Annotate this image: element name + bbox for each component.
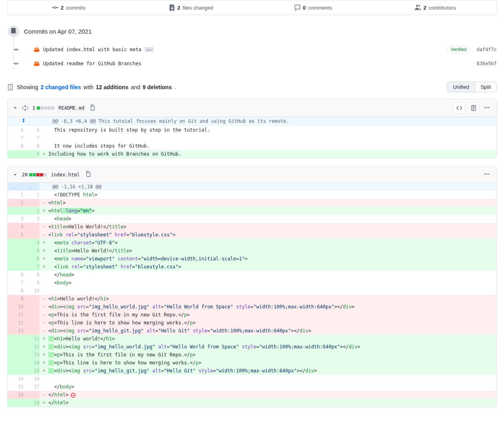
line-number-new[interactable]: 6 [24, 255, 40, 263]
line-number-new[interactable]: 16 [24, 375, 40, 383]
line-number-old[interactable]: 1 [8, 191, 24, 199]
line-number-old[interactable]: 6 [8, 271, 24, 279]
line-number-old[interactable] [8, 367, 24, 375]
view-rendered-button[interactable] [468, 102, 480, 114]
changed-files-link[interactable]: 2 changed files [41, 84, 81, 90]
file-menu-button[interactable] [482, 171, 492, 178]
diff-marker: - [40, 391, 48, 399]
line-number-new[interactable]: 15 [24, 367, 40, 375]
tab-files-changed[interactable]: 2 files changed [130, 0, 252, 15]
avatar[interactable]: 🦀 [33, 60, 40, 67]
line-number-old[interactable]: 14 [8, 375, 24, 383]
tab-contributors[interactable]: 2 contributors [374, 0, 496, 15]
line-number-old[interactable]: 6 [8, 126, 24, 134]
expand-commit-button[interactable]: … [145, 47, 153, 52]
line-number-new[interactable]: 18 [24, 399, 40, 407]
line-number-old[interactable]: 12 [8, 319, 24, 327]
line-number-new[interactable]: 8 [24, 271, 40, 279]
expand-hunk-button[interactable]: ... [8, 183, 24, 191]
commit-sha[interactable]: daf4f7c [476, 47, 497, 52]
line-number-new[interactable]: 14 [24, 359, 40, 367]
line-number-new[interactable]: 13 [24, 351, 40, 359]
line-number-new[interactable] [24, 311, 40, 319]
line-number-new[interactable] [24, 231, 40, 239]
code-content: This repository is built step by step in… [48, 126, 496, 134]
line-number-old[interactable] [8, 335, 24, 343]
commit-sha[interactable]: 836e5bf [476, 61, 497, 66]
line-number-old[interactable] [8, 150, 24, 158]
line-number-old[interactable]: 15 [8, 383, 24, 391]
line-number-old[interactable] [8, 343, 24, 351]
line-number-new[interactable] [24, 391, 40, 399]
line-number-old[interactable]: 7 [8, 279, 24, 287]
file-name[interactable]: README.md [58, 105, 84, 111]
line-number-new[interactable] [24, 303, 40, 311]
view-source-button[interactable] [453, 102, 465, 114]
verified-badge[interactable]: Verified [447, 46, 470, 54]
line-number-new[interactable]: 1 [24, 191, 40, 199]
expand-icon[interactable] [22, 105, 28, 111]
file-menu-button[interactable] [482, 104, 492, 112]
line-number-new[interactable]: 4 [24, 239, 40, 247]
svg-rect-6 [86, 173, 90, 177]
line-number-old[interactable]: 16 [8, 391, 24, 399]
expand-hunk-button[interactable] [8, 117, 40, 126]
expand-hunk-button[interactable]: ... [24, 183, 40, 191]
line-number-new[interactable] [24, 295, 40, 303]
line-number-new[interactable]: 2 [24, 207, 40, 215]
line-number-old[interactable] [8, 359, 24, 367]
line-number-new[interactable] [24, 223, 40, 231]
line-number-old[interactable]: 13 [8, 327, 24, 335]
line-number-new[interactable]: 11 [24, 335, 40, 343]
line-number-old[interactable]: 10 [8, 303, 24, 311]
avatar[interactable]: 🦀 [33, 46, 40, 53]
line-number-new[interactable]: 9 [24, 279, 40, 287]
line-number-old[interactable]: 7 [8, 134, 24, 142]
line-number-new[interactable]: 10 [24, 287, 40, 295]
line-number-old[interactable] [8, 207, 24, 215]
line-number-new[interactable]: 8 [24, 142, 40, 150]
line-number-old[interactable]: 5 [8, 231, 24, 239]
tab-commits[interactable]: 2 commits [8, 0, 130, 15]
split-view-button[interactable]: Split [475, 82, 497, 92]
line-number-old[interactable]: 4 [8, 223, 24, 231]
copy-path-button[interactable] [84, 170, 92, 179]
line-number-new[interactable]: 17 [24, 383, 40, 391]
line-number-old[interactable]: 2 [8, 199, 24, 207]
line-number-old[interactable]: 8 [8, 142, 24, 150]
line-number-old[interactable] [8, 351, 24, 359]
line-number-old[interactable]: 3 [8, 215, 24, 223]
line-number-new[interactable]: 6 [24, 126, 40, 134]
line-number-new[interactable] [24, 199, 40, 207]
code-content: <link rel="stylesheet" href="bluestyle.c… [48, 231, 496, 239]
line-number-old[interactable] [8, 247, 24, 255]
line-number-old[interactable]: 8 [8, 287, 24, 295]
line-number-old[interactable] [8, 255, 24, 263]
line-number-old[interactable] [8, 239, 24, 247]
line-number-new[interactable]: 7 [24, 134, 40, 142]
tab-comments[interactable]: 0 comments [252, 0, 375, 15]
diff-line: 16-</html> [8, 391, 496, 399]
code-content [48, 287, 496, 295]
line-number-old[interactable]: 9 [8, 295, 24, 303]
line-number-new[interactable] [24, 319, 40, 327]
commit-message[interactable]: Updated index.html with basic meta [43, 47, 141, 52]
line-number-new[interactable]: 3 [24, 215, 40, 223]
contributors-count: 2 [424, 5, 426, 11]
line-number-new[interactable]: 7 [24, 263, 40, 271]
copy-path-button[interactable] [88, 104, 96, 113]
line-number-new[interactable] [24, 327, 40, 335]
line-number-new[interactable]: 9 [24, 150, 40, 158]
no-newline-icon [70, 392, 76, 398]
collapse-toggle[interactable] [12, 172, 18, 178]
line-number-old[interactable] [8, 263, 24, 271]
file-name[interactable]: index.html [51, 172, 80, 178]
line-number-old[interactable]: 11 [8, 311, 24, 319]
line-number-old[interactable] [8, 399, 24, 407]
unified-view-button[interactable]: Unified [447, 82, 475, 92]
commit-message[interactable]: Updated readme for GitHub Branches [43, 61, 141, 66]
line-number-new[interactable]: 12 [24, 343, 40, 351]
collapse-toggle[interactable] [12, 105, 18, 111]
code-content: </html> [48, 399, 496, 407]
line-number-new[interactable]: 5 [24, 247, 40, 255]
